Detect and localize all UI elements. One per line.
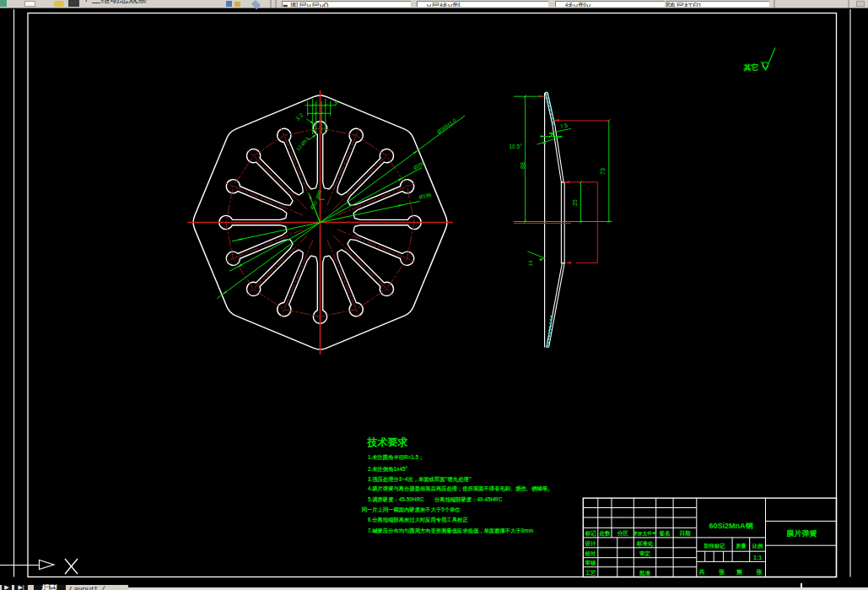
svg-text:质量: 质量 (735, 543, 746, 549)
svg-text:标记: 标记 (585, 530, 597, 537)
svg-text:膜片弹簧: 膜片弹簧 (786, 529, 817, 538)
svg-text:1:1: 1:1 (753, 555, 762, 560)
svg-text:20: 20 (572, 199, 578, 206)
svg-text:批准: 批准 (639, 570, 651, 576)
svg-text:3.强压处理分3~4次，单面或双面“喷丸处理”: 3.强压处理分3~4次，单面或双面“喷丸处理” (368, 476, 472, 483)
svg-text:校对: 校对 (585, 550, 597, 557)
svg-text:签名: 签名 (658, 530, 670, 537)
svg-text:10.5°: 10.5° (509, 143, 523, 149)
svg-text:其它: 其它 (743, 62, 759, 72)
svg-text:日期: 日期 (679, 530, 691, 537)
svg-text:比例: 比例 (752, 543, 763, 549)
svg-text:张: 张 (757, 568, 763, 576)
svg-text:审定: 审定 (639, 550, 651, 557)
svg-text:张: 张 (719, 568, 725, 576)
svg-text:1.未注圆角半径R=1.5；: 1.未注圆角半径R=1.5； (368, 454, 423, 461)
svg-text:88: 88 (520, 162, 526, 169)
svg-text:阶段标记: 阶段标记 (704, 543, 726, 549)
svg-text:7.5: 7.5 (559, 122, 569, 130)
svg-text:处数: 处数 (598, 530, 611, 537)
svg-text:73: 73 (600, 168, 606, 175)
svg-text:Ø52: Ø52 (309, 200, 318, 210)
svg-text:9: 9 (335, 100, 338, 106)
svg-text:共: 共 (698, 569, 704, 576)
svg-text:2.未注倒角1x45°: 2.未注倒角1x45° (368, 466, 407, 473)
svg-text:60Si2MnA钢: 60Si2MnA钢 (709, 522, 752, 530)
svg-text:设计: 设计 (585, 540, 597, 547)
svg-text:工艺: 工艺 (585, 570, 597, 576)
svg-text:14: 14 (528, 260, 533, 266)
svg-text:标准化: 标准化 (636, 540, 654, 547)
svg-text:12-Ø9.5: 12-Ø9.5 (295, 136, 310, 152)
svg-text:更改文件号: 更改文件号 (633, 531, 657, 537)
svg-text:4.膜片弹簧与离合器盖组装后再压处理，使所装面不得有毛刺、损: 4.膜片弹簧与离合器盖组装后再压处理，使所装面不得有毛刺、损伤、锈蝸等。 (368, 485, 553, 492)
svg-text:分区: 分区 (617, 530, 629, 537)
svg-text:Ø300±1.0: Ø300±1.0 (436, 117, 457, 135)
svg-text:3.2: 3.2 (294, 111, 305, 122)
svg-text:7.碱簧压分布均匀圆周方向变形测量值应求低值，单面磨薄不大于: 7.碱簧压分布均匀圆周方向变形测量值应求低值，单面磨薄不大于3mm (368, 528, 534, 534)
svg-text:审核: 审核 (585, 560, 597, 566)
svg-text:同一片上同一截面内硬度差不大于5个单位: 同一片上同一截面内硬度差不大于5个单位 (362, 506, 461, 513)
svg-text:6.分离指端部高差过大时应用专用工具校正: 6.分离指端部高差过大时应用专用工具校正 (368, 517, 468, 523)
svg-text:Ø90: Ø90 (315, 190, 322, 200)
svg-text:技术要求: 技术要求 (367, 436, 408, 448)
svg-text:第: 第 (736, 569, 742, 576)
svg-text:Ø196: Ø196 (418, 192, 432, 200)
svg-text:5.调质硬度：45-50HRC 分离指端部硬度：40-45: 5.调质硬度：45-50HRC 分离指端部硬度：40-45HRC (368, 496, 503, 503)
